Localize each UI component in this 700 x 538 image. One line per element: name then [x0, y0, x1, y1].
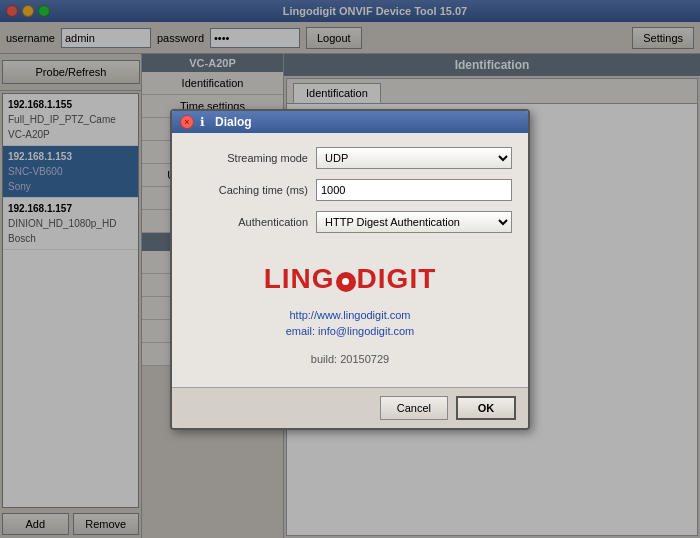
caching-time-input[interactable] — [316, 179, 512, 201]
logo-text: LING DIGIT — [264, 263, 437, 294]
dialog: × ℹ Dialog Streaming mode UDP TCP HTTP R… — [170, 109, 530, 430]
streaming-mode-select[interactable]: UDP TCP HTTP RTSP — [316, 147, 512, 169]
authentication-select[interactable]: HTTP Digest Authentication No Authentica… — [316, 211, 512, 233]
cancel-button[interactable]: Cancel — [380, 396, 448, 420]
dialog-footer: Cancel OK — [172, 387, 528, 428]
ok-button[interactable]: OK — [456, 396, 516, 420]
caching-time-row: Caching time (ms) — [188, 179, 512, 201]
build-info: build: 20150729 — [188, 353, 512, 373]
dialog-icon: ℹ — [200, 115, 205, 129]
caching-time-label: Caching time (ms) — [188, 184, 308, 196]
authentication-label: Authentication — [188, 216, 308, 228]
website-link[interactable]: http://www.lingodigit.com — [188, 309, 512, 321]
dialog-body: Streaming mode UDP TCP HTTP RTSP Caching… — [172, 133, 528, 387]
logo-area: LING DIGIT — [188, 243, 512, 305]
dialog-overlay: × ℹ Dialog Streaming mode UDP TCP HTTP R… — [0, 0, 700, 538]
streaming-mode-label: Streaming mode — [188, 152, 308, 164]
dialog-title: Dialog — [215, 115, 252, 129]
authentication-row: Authentication HTTP Digest Authenticatio… — [188, 211, 512, 233]
dialog-titlebar: × ℹ Dialog — [172, 111, 528, 133]
dialog-close-button[interactable]: × — [180, 115, 194, 129]
streaming-mode-row: Streaming mode UDP TCP HTTP RTSP — [188, 147, 512, 169]
email-link[interactable]: email: info@lingodigit.com — [188, 325, 512, 337]
